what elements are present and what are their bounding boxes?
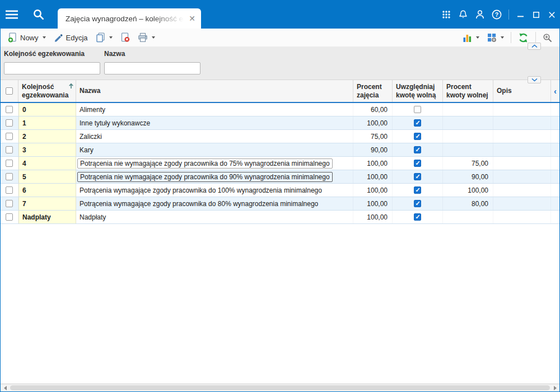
row-select-cell[interactable] (1, 103, 18, 116)
filter-name-input[interactable] (104, 62, 200, 74)
row-include-free-cell[interactable] (393, 116, 443, 129)
edit-button[interactable]: Edycja (50, 30, 92, 45)
row-free-percent-cell[interactable] (443, 130, 493, 143)
row-desc-cell[interactable] (493, 197, 551, 210)
table-row[interactable]: 3 Kary 90,00 (1, 143, 559, 157)
maximize-button[interactable] (528, 1, 544, 29)
include-free-checkbox[interactable] (414, 146, 421, 153)
global-search-button[interactable] (27, 1, 50, 29)
header-include-free[interactable]: Uwzględniaj kwotę wolną (393, 80, 443, 102)
row-desc-cell[interactable] (493, 170, 551, 183)
table-row[interactable]: 5 Potrącenia nie wymagające zgody pracow… (1, 170, 559, 184)
table-row[interactable]: 4 Potrącenia nie wymagające zgody pracow… (1, 157, 559, 170)
row-select-cell[interactable] (1, 211, 18, 223)
header-desc[interactable]: Opis (493, 80, 551, 102)
horizontal-scrollbar[interactable] (1, 384, 559, 391)
row-checkbox[interactable] (6, 106, 13, 113)
row-include-free-cell[interactable] (393, 211, 443, 223)
row-checkbox[interactable] (6, 213, 13, 221)
user-button[interactable] (472, 1, 488, 29)
row-percent-cell[interactable]: 100,00 (353, 116, 393, 129)
row-checkbox[interactable] (6, 160, 13, 167)
include-free-checkbox[interactable] (414, 160, 421, 167)
row-free-percent-cell[interactable] (443, 211, 493, 223)
row-free-percent-cell[interactable]: 80,00 (443, 197, 493, 210)
row-select-cell[interactable] (1, 143, 18, 156)
row-free-percent-cell[interactable]: 100,00 (443, 184, 493, 197)
row-include-free-cell[interactable] (393, 170, 443, 183)
row-select-cell[interactable] (1, 157, 18, 170)
row-free-percent-cell[interactable] (443, 143, 493, 156)
table-row[interactable]: 7 Potrącenia wymagające zgody pracownika… (1, 197, 559, 211)
scroll-left-button[interactable] (1, 384, 10, 391)
header-name[interactable]: Nazwa (76, 80, 353, 102)
table-row[interactable]: 6 Potrącenia wymagające zgody pracownika… (1, 184, 559, 197)
row-select-cell[interactable] (1, 197, 18, 210)
row-free-percent-cell[interactable]: 90,00 (443, 170, 493, 183)
row-free-percent-cell[interactable] (443, 103, 493, 116)
row-include-free-cell[interactable] (393, 197, 443, 210)
delete-button[interactable] (116, 30, 134, 45)
print-dropdown-caret-icon[interactable] (152, 36, 155, 39)
header-free-percent[interactable]: Procent kwoty wolnej (443, 80, 493, 102)
include-free-checkbox[interactable] (414, 133, 421, 140)
scrollbar-thumb[interactable] (10, 385, 550, 390)
row-checkbox[interactable] (6, 186, 13, 194)
row-percent-cell[interactable]: 60,00 (353, 103, 393, 116)
row-name-cell[interactable]: Alimenty (76, 103, 353, 116)
row-free-percent-cell[interactable]: 75,00 (443, 157, 493, 170)
row-select-cell[interactable] (1, 130, 18, 143)
row-desc-cell[interactable] (493, 130, 551, 143)
row-order-cell[interactable]: 0 (18, 103, 76, 116)
filter-expand-button[interactable] (528, 76, 541, 83)
chart-view-button[interactable] (459, 30, 483, 45)
include-free-checkbox[interactable] (414, 186, 421, 194)
grid-settings-caret-icon[interactable] (501, 36, 504, 39)
include-free-checkbox[interactable] (414, 200, 421, 207)
row-percent-cell[interactable]: 100,00 (353, 184, 393, 197)
tab-close-icon[interactable]: ✕ (189, 15, 195, 22)
scroll-right-button[interactable] (550, 384, 559, 391)
row-name-cell[interactable]: Potrącenia nie wymagające zgody pracowni… (76, 157, 353, 170)
row-desc-cell[interactable] (493, 184, 551, 197)
row-checkbox[interactable] (6, 200, 13, 207)
copy-dropdown-caret-icon[interactable] (109, 36, 113, 39)
table-row[interactable]: 1 Inne tytuły wykonawcze 100,00 (1, 116, 559, 130)
row-name-cell[interactable]: Inne tytuły wykonawcze (76, 116, 353, 129)
header-percent[interactable]: Procent zajęcia (353, 80, 393, 102)
hamburger-menu-button[interactable] (1, 1, 23, 29)
include-free-checkbox[interactable] (414, 119, 421, 127)
row-order-cell[interactable]: 2 (18, 130, 76, 143)
row-percent-cell[interactable]: 100,00 (353, 211, 393, 223)
table-row[interactable]: 0 Alimenty 60,00 (1, 103, 559, 116)
row-order-cell[interactable]: Nadplaty (18, 211, 76, 223)
select-all-header-cell[interactable] (1, 80, 18, 102)
row-name-cell[interactable]: Kary (76, 143, 353, 156)
notifications-button[interactable] (455, 1, 472, 29)
row-include-free-cell[interactable] (393, 184, 443, 197)
row-order-cell[interactable]: 4 (18, 157, 76, 170)
row-free-percent-cell[interactable] (443, 116, 493, 129)
row-include-free-cell[interactable] (393, 157, 443, 170)
row-name-cell[interactable]: Zaliczki (76, 130, 353, 143)
include-free-checkbox[interactable] (414, 213, 421, 221)
sort-ascending-icon[interactable] (68, 83, 74, 91)
include-free-checkbox[interactable] (414, 173, 421, 180)
row-desc-cell[interactable] (493, 211, 551, 223)
row-desc-cell[interactable] (493, 103, 551, 116)
grid-settings-button[interactable] (483, 30, 508, 45)
select-all-checkbox[interactable] (6, 87, 13, 95)
row-percent-cell[interactable]: 90,00 (353, 143, 393, 156)
row-checkbox[interactable] (6, 119, 13, 127)
row-percent-cell[interactable]: 100,00 (353, 197, 393, 210)
row-include-free-cell[interactable] (393, 103, 443, 116)
minimize-button[interactable] (512, 1, 528, 29)
row-order-cell[interactable]: 3 (18, 143, 76, 156)
tab-active[interactable]: Zajęcia wynagrodzeń – kolejność egzekwow… (58, 8, 201, 29)
row-name-cell[interactable]: Potrącenia wymagające zgody pracownika d… (76, 197, 353, 210)
apps-grid-button[interactable] (438, 1, 455, 29)
row-select-cell[interactable] (1, 184, 18, 197)
row-name-cell[interactable]: Potrącenia wymagające zgody pracownika d… (76, 184, 353, 197)
new-button[interactable]: Nowy (4, 30, 50, 45)
row-select-cell[interactable] (1, 116, 18, 129)
